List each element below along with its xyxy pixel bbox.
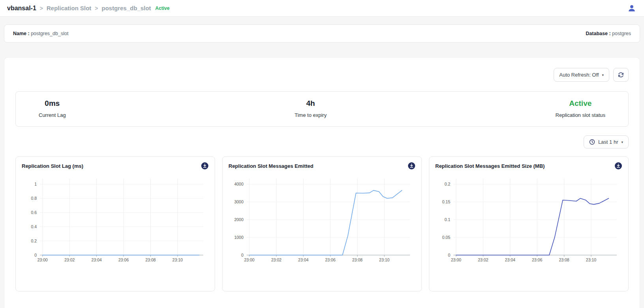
breadcrumb-slot[interactable]: postgres_db_slot bbox=[102, 5, 151, 11]
svg-text:23:04: 23:04 bbox=[92, 257, 102, 262]
chart-card-messages-emitted-size: Replication Slot Messages Emitted Size (… bbox=[429, 156, 629, 291]
chart-title: Replication Slot Messages Emitted bbox=[228, 163, 313, 169]
svg-text:23:02: 23:02 bbox=[478, 257, 488, 262]
svg-text:0.1: 0.1 bbox=[444, 217, 450, 222]
svg-text:23:08: 23:08 bbox=[145, 257, 155, 262]
messages-emitted-size-line-chart: 23:0023:0223:0423:0623:0823:1000.050.10.… bbox=[435, 173, 622, 267]
stat-time-to-expiry-label: Time to expiry bbox=[295, 112, 327, 118]
stat-current-lag-label: Current Lag bbox=[39, 112, 66, 118]
svg-text:23:10: 23:10 bbox=[172, 257, 183, 262]
refresh-button[interactable] bbox=[613, 68, 629, 82]
lag-line-chart: 23:0023:0223:0423:0623:0823:1000.20.40.6… bbox=[22, 173, 209, 267]
svg-text:23:00: 23:00 bbox=[244, 257, 255, 262]
slot-name: Name : postgres_db_slot bbox=[13, 31, 68, 36]
svg-text:0: 0 bbox=[448, 253, 450, 257]
svg-text:23:10: 23:10 bbox=[379, 257, 389, 262]
svg-text:2000: 2000 bbox=[234, 217, 244, 222]
svg-text:23:06: 23:06 bbox=[118, 257, 129, 262]
svg-text:3000: 3000 bbox=[234, 199, 244, 204]
stats-bar: 0ms Current Lag 4h Time to expiry Active… bbox=[15, 91, 629, 127]
auto-refresh-label: Auto Refresh: Off bbox=[559, 72, 599, 78]
stat-time-to-expiry-value: 4h bbox=[295, 99, 327, 108]
slot-status-badge: Active bbox=[155, 6, 170, 11]
metrics-panel: Auto Refresh: Off ▾ 0ms Current Lag 4h T… bbox=[4, 57, 640, 308]
chevron-right-icon: > bbox=[95, 5, 98, 11]
time-range-row: Last 1 hr ▾ bbox=[15, 135, 629, 148]
svg-text:0: 0 bbox=[241, 253, 243, 257]
slot-name-label: Name : bbox=[13, 31, 30, 36]
svg-text:23:10: 23:10 bbox=[586, 257, 596, 262]
breadcrumb-section[interactable]: Replication Slot bbox=[47, 5, 91, 11]
stat-slot-status-label: Replication slot status bbox=[556, 112, 605, 118]
download-chart-button[interactable] bbox=[408, 162, 416, 170]
breadcrumb: vbansal-1 > Replication Slot > postgres_… bbox=[7, 5, 170, 12]
svg-text:0.8: 0.8 bbox=[31, 196, 37, 201]
breadcrumb-cluster[interactable]: vbansal-1 bbox=[7, 5, 36, 12]
auto-refresh-dropdown[interactable]: Auto Refresh: Off ▾ bbox=[554, 68, 609, 82]
slot-name-value: postgres_db_slot bbox=[31, 31, 68, 36]
chart-title: Replication Slot Lag (ms) bbox=[22, 163, 83, 169]
svg-text:23:04: 23:04 bbox=[505, 257, 515, 262]
svg-text:23:06: 23:06 bbox=[325, 257, 335, 262]
stat-slot-status-value: Active bbox=[556, 99, 605, 108]
charts-row: Replication Slot Lag (ms) 23:0023:0223:0… bbox=[15, 156, 629, 291]
svg-text:23:02: 23:02 bbox=[64, 257, 75, 262]
chart-card-replication-slot-lag: Replication Slot Lag (ms) 23:0023:0223:0… bbox=[15, 156, 215, 291]
svg-text:0.15: 0.15 bbox=[442, 199, 451, 204]
slot-database: Database : postgres bbox=[586, 31, 631, 36]
svg-text:23:08: 23:08 bbox=[559, 257, 569, 262]
stat-current-lag: 0ms Current Lag bbox=[39, 99, 66, 118]
slot-database-value: postgres bbox=[612, 31, 631, 36]
svg-text:23:06: 23:06 bbox=[532, 257, 542, 262]
stat-time-to-expiry: 4h Time to expiry bbox=[295, 99, 327, 118]
messages-emitted-line-chart: 23:0023:0223:0423:0623:0823:100100020003… bbox=[228, 173, 416, 267]
download-chart-button[interactable] bbox=[614, 162, 622, 170]
svg-text:0.2: 0.2 bbox=[444, 182, 450, 186]
svg-text:0.2: 0.2 bbox=[31, 239, 37, 243]
svg-text:0: 0 bbox=[34, 253, 37, 257]
stat-current-lag-value: 0ms bbox=[39, 99, 66, 108]
time-range-dropdown[interactable]: Last 1 hr ▾ bbox=[584, 135, 629, 148]
chevron-right-icon: > bbox=[40, 5, 43, 11]
top-header: vbansal-1 > Replication Slot > postgres_… bbox=[0, 0, 644, 17]
svg-text:1: 1 bbox=[34, 182, 37, 186]
svg-text:0.4: 0.4 bbox=[31, 224, 37, 229]
slot-database-label: Database : bbox=[586, 31, 610, 36]
time-range-label: Last 1 hr bbox=[598, 139, 618, 145]
svg-text:23:02: 23:02 bbox=[271, 257, 281, 262]
svg-text:23:00: 23:00 bbox=[37, 257, 48, 262]
refresh-icon bbox=[618, 71, 624, 78]
chevron-down-icon: ▾ bbox=[621, 140, 623, 144]
metrics-toolbar: Auto Refresh: Off ▾ bbox=[15, 68, 629, 82]
slot-info-bar: Name : postgres_db_slot Database : postg… bbox=[4, 24, 640, 43]
svg-text:23:08: 23:08 bbox=[352, 257, 362, 262]
svg-text:0.05: 0.05 bbox=[442, 235, 451, 240]
svg-text:23:00: 23:00 bbox=[451, 257, 461, 262]
chevron-down-icon: ▾ bbox=[602, 73, 604, 77]
chart-title: Replication Slot Messages Emitted Size (… bbox=[435, 163, 545, 169]
svg-text:0.6: 0.6 bbox=[31, 210, 37, 215]
chart-card-messages-emitted: Replication Slot Messages Emitted 23:002… bbox=[222, 156, 422, 291]
download-chart-button[interactable] bbox=[201, 162, 209, 170]
svg-text:23:04: 23:04 bbox=[298, 257, 309, 262]
clock-icon bbox=[589, 139, 595, 145]
user-icon bbox=[627, 4, 636, 13]
avatar[interactable] bbox=[627, 3, 637, 13]
svg-text:4000: 4000 bbox=[234, 182, 244, 186]
stat-slot-status: Active Replication slot status bbox=[556, 99, 605, 118]
svg-text:1000: 1000 bbox=[234, 235, 244, 240]
